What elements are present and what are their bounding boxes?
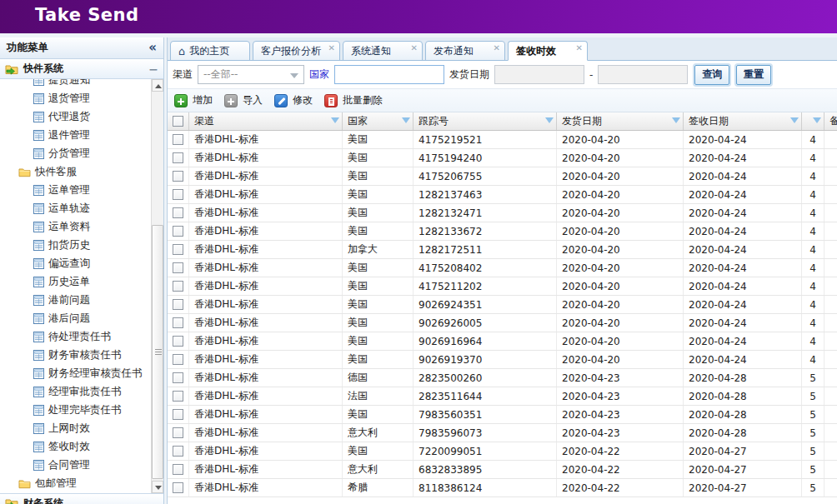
toolbar-button[interactable]: 导入 <box>224 93 263 107</box>
tab[interactable]: 签收时效 ✕ <box>508 41 588 61</box>
tree-item[interactable]: 财务审核责任书 <box>0 346 152 364</box>
table-row[interactable]: 香港DHL-标准美国12821374632020-04-202020-04-24… <box>168 186 837 204</box>
table-row[interactable]: 香港DHL-标准美国90269260052020-04-202020-04-24… <box>168 314 837 332</box>
tab[interactable]: 客户报价分析 ✕ <box>253 41 340 61</box>
table-row[interactable]: 香港DHL-标准美国90269193702020-04-202020-04-24… <box>168 351 837 369</box>
table-row[interactable]: 香港DHL-标准美国41752112022020-04-202020-04-24… <box>168 277 837 296</box>
row-checkbox[interactable] <box>173 391 183 402</box>
tab-close-icon[interactable]: ✕ <box>494 44 500 52</box>
column-header[interactable]: 跟踪号 <box>413 112 557 130</box>
tree-item[interactable]: 运单轨迹 <box>0 199 152 217</box>
ship-date-from-input[interactable] <box>494 65 584 84</box>
sidebar-collapse-icon[interactable]: « <box>148 42 157 54</box>
tab-close-icon[interactable]: ✕ <box>576 44 583 52</box>
tree-item[interactable]: 上网时效 <box>0 419 152 437</box>
row-checkbox[interactable] <box>173 354 183 365</box>
row-checkbox[interactable] <box>173 317 183 328</box>
tree-item[interactable]: 退货管理 <box>0 89 152 107</box>
row-checkbox[interactable] <box>173 134 183 145</box>
tree-item[interactable]: 包邮管理 <box>0 474 152 492</box>
row-checkbox[interactable] <box>173 427 183 438</box>
toolbar-button[interactable]: 修改 <box>274 93 313 107</box>
tab[interactable]: 发布通知 ✕ <box>425 41 505 61</box>
tree-item[interactable]: 扣货历史 <box>0 236 152 254</box>
table-row[interactable]: 香港DHL-标准加拿大12821725112020-04-202020-04-2… <box>168 241 837 259</box>
section-collapse-icon[interactable]: − <box>148 62 158 76</box>
row-checkbox[interactable] <box>173 171 183 182</box>
scrollbar-thumb[interactable] <box>152 225 163 479</box>
row-checkbox[interactable] <box>173 464 183 475</box>
row-checkbox[interactable] <box>173 336 183 347</box>
select-all-checkbox-cell[interactable] <box>168 112 189 130</box>
tree-item[interactable]: 代理退货 <box>0 107 152 126</box>
row-checkbox[interactable] <box>173 189 183 200</box>
tree-item[interactable]: 偏远查询 <box>0 254 152 272</box>
tree-item[interactable]: 提货通知 <box>0 79 152 89</box>
scrollbar-up-button[interactable] <box>152 79 163 92</box>
table-row[interactable]: 香港DHL-标准德国28235002602020-04-232020-04-28… <box>168 369 837 387</box>
tree-item[interactable]: 分货管理 <box>0 144 152 162</box>
tree-item[interactable]: 经理审批责任书 <box>0 382 152 401</box>
accordion-section-finance[interactable]: 财务系统 <box>0 493 163 504</box>
row-checkbox[interactable] <box>173 244 183 255</box>
row-checkbox[interactable] <box>173 281 183 292</box>
accordion-section-express[interactable]: 快件系统 − <box>0 59 163 79</box>
table-row[interactable]: 香港DHL-标准意大利68328338952020-04-222020-04-2… <box>168 461 837 479</box>
table-row[interactable]: 香港DHL-标准美国90269243512020-04-202020-04-24… <box>168 296 837 314</box>
row-checkbox[interactable] <box>173 446 183 457</box>
country-input[interactable] <box>334 65 444 84</box>
row-checkbox[interactable] <box>173 226 183 237</box>
table-row[interactable]: 香港DHL-标准意大利79835960732020-04-232020-04-2… <box>168 424 837 442</box>
row-checkbox[interactable] <box>173 482 183 493</box>
table-row[interactable]: 香港DHL-标准美国41752084022020-04-202020-04-24… <box>168 259 837 277</box>
table-row[interactable]: 香港DHL-标准美国41751942402020-04-202020-04-24… <box>168 149 837 167</box>
tree-item[interactable]: 快件客服 <box>0 162 152 181</box>
tree-item[interactable]: 处理完毕责任书 <box>0 401 152 419</box>
table-row[interactable]: 香港DHL-标准希腊81183861242020-04-222020-04-27… <box>168 479 837 497</box>
ship-date-to-input[interactable] <box>598 65 688 84</box>
tab[interactable]: ⌂ 我的主页 <box>170 41 250 61</box>
tree-item[interactable]: 运单管理 <box>0 181 152 199</box>
column-header[interactable]: 发货日期 <box>557 112 684 130</box>
table-row[interactable]: 香港DHL-标准法国28235116442020-04-232020-04-28… <box>168 387 837 406</box>
tree-item[interactable]: 历史运单 <box>0 272 152 291</box>
tree-item[interactable]: 港后问题 <box>0 309 152 327</box>
row-checkbox[interactable] <box>173 262 183 273</box>
tree-item[interactable]: 运单资料 <box>0 217 152 236</box>
table-row[interactable]: 香港DHL-标准美国12821336722020-04-202020-04-24… <box>168 222 837 241</box>
tree-item[interactable]: 签收时效 <box>0 437 152 456</box>
table-row[interactable]: 香港DHL-标准美国41752067552020-04-202020-04-24… <box>168 167 837 186</box>
select-all-checkbox[interactable] <box>173 116 183 127</box>
column-header[interactable]: 国家 <box>343 112 413 130</box>
column-header[interactable] <box>802 112 824 130</box>
table-row[interactable]: 香港DHL-标准美国79835603512020-04-232020-04-28… <box>168 406 837 424</box>
table-row[interactable]: 香港DHL-标准美国90269169642020-04-202020-04-24… <box>168 332 837 351</box>
row-checkbox[interactable] <box>173 152 183 163</box>
channel-select[interactable]: --全部-- <box>198 65 304 84</box>
scrollbar-down-button[interactable] <box>152 481 163 493</box>
tab[interactable]: 系统通知 ✕ <box>343 41 423 61</box>
sidebar-scrollbar[interactable] <box>151 79 163 493</box>
table-row[interactable]: 香港DHL-标准美国41752195212020-04-202020-04-24… <box>168 131 837 149</box>
toolbar-button[interactable]: 批量删除 <box>324 93 383 107</box>
tree-item[interactable]: 合同管理 <box>0 456 152 474</box>
column-header[interactable]: 签收日期 <box>684 112 802 130</box>
tree-item[interactable]: 财务经理审核责任书 <box>0 364 152 382</box>
table-row[interactable]: 香港DHL-标准美国12821324712020-04-202020-04-24… <box>168 204 837 222</box>
tree-item[interactable]: 待处理责任书 <box>0 327 152 346</box>
column-header[interactable]: 备注 <box>824 112 837 130</box>
tree-item[interactable]: 退件管理 <box>0 126 152 144</box>
row-checkbox[interactable] <box>173 207 183 218</box>
row-checkbox-cell <box>168 149 189 167</box>
tab-close-icon[interactable]: ✕ <box>411 44 418 52</box>
row-checkbox[interactable] <box>173 409 183 420</box>
toolbar-button[interactable]: 增加 <box>174 93 213 107</box>
query-button[interactable]: 查询 <box>694 65 729 85</box>
tab-close-icon[interactable]: ✕ <box>328 44 335 52</box>
tree-item[interactable]: 港前问题 <box>0 291 152 309</box>
row-checkbox[interactable] <box>173 372 183 383</box>
column-header[interactable]: 渠道 <box>189 112 343 130</box>
table-row[interactable]: 香港DHL-标准美国72200990512020-04-222020-04-27… <box>168 442 837 461</box>
row-checkbox[interactable] <box>173 299 183 310</box>
reset-button[interactable]: 重置 <box>736 65 771 85</box>
